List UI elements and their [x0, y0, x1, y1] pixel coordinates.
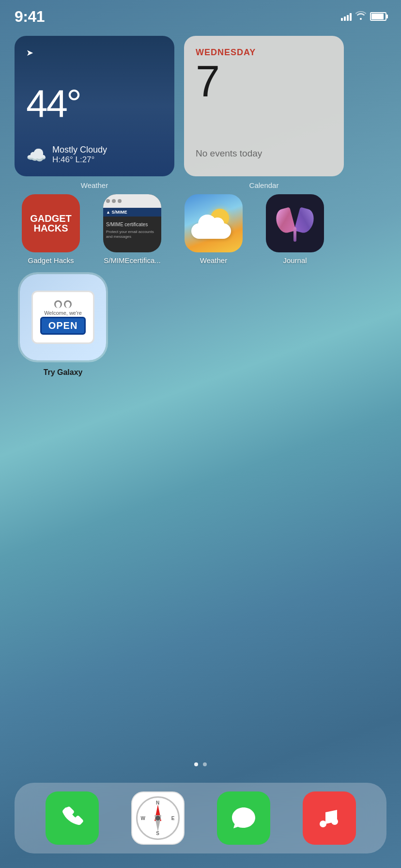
home-screen: ➤ 44° ☁️ Mostly Cloudy H:46° L:27° Weath… [0, 26, 401, 377]
weather-condition: Mostly Cloudy [52, 145, 107, 155]
weather-widget-container: ➤ 44° ☁️ Mostly Cloudy H:46° L:27° Weath… [15, 36, 174, 189]
journal-icon [266, 194, 324, 252]
apps-row-2: Welcome, we're OPEN Try Galaxy [15, 274, 386, 377]
svg-point-0 [320, 821, 326, 827]
app-weather[interactable]: Weather [177, 194, 250, 264]
dock-phone[interactable] [46, 791, 99, 845]
app-journal[interactable]: Journal [259, 194, 331, 264]
apps-row-1: GADGET HACKS Gadget Hacks ▲ S/MIME [15, 194, 386, 264]
weather-temperature: 44° [26, 84, 163, 123]
weather-app-label: Weather [200, 256, 227, 264]
weather-widget[interactable]: ➤ 44° ☁️ Mostly Cloudy H:46° L:27° [15, 36, 174, 176]
try-galaxy-label: Try Galaxy [44, 368, 83, 377]
signal-icon [341, 12, 352, 21]
status-bar: 9:41 [0, 0, 401, 26]
widgets-row: ➤ 44° ☁️ Mostly Cloudy H:46° L:27° Weath… [15, 36, 386, 189]
calendar-widget-container: WEDNESDAY 7 No events today Calendar [184, 36, 344, 189]
battery-icon [370, 12, 386, 21]
status-icons [341, 11, 386, 22]
weather-details: ☁️ Mostly Cloudy H:46° L:27° [26, 145, 163, 165]
svg-point-1 [331, 818, 338, 825]
dock: N S E W [15, 783, 386, 853]
page-dots [0, 762, 401, 766]
dock-messages[interactable] [217, 791, 270, 845]
weather-app-icon [185, 194, 243, 252]
cloud-icon: ☁️ [26, 145, 46, 165]
location-icon: ➤ [26, 47, 33, 58]
weather-location: ➤ [26, 47, 163, 58]
dock-music[interactable] [303, 791, 356, 845]
gadget-hacks-label: Gadget Hacks [28, 256, 74, 264]
app-try-galaxy[interactable]: Welcome, we're OPEN Try Galaxy [15, 274, 111, 377]
calendar-date: 7 [196, 60, 332, 103]
weather-hi-lo: H:46° L:27° [52, 155, 107, 165]
page-dot-2[interactable] [203, 762, 207, 766]
status-time: 9:41 [15, 8, 45, 26]
dock-safari[interactable]: N S E W [131, 791, 185, 845]
journal-label: Journal [283, 256, 307, 264]
page-dot-1[interactable] [194, 762, 198, 766]
safari-compass-icon: N S E W [136, 796, 180, 840]
gadget-hacks-icon: GADGET HACKS [22, 194, 80, 252]
weather-description: Mostly Cloudy H:46° L:27° [52, 145, 107, 165]
smime-icon: ▲ S/MIME S/MIME certificates Protect you… [103, 194, 161, 252]
app-gadget-hacks[interactable]: GADGET HACKS Gadget Hacks [15, 194, 87, 264]
smime-label: S/MIMEcertifica... [104, 256, 161, 264]
calendar-no-events: No events today [196, 148, 332, 159]
calendar-widget[interactable]: WEDNESDAY 7 No events today [184, 36, 344, 176]
weather-widget-label: Weather [81, 181, 108, 189]
calendar-day: WEDNESDAY [196, 47, 332, 58]
wifi-icon [355, 11, 366, 22]
try-galaxy-icon: Welcome, we're OPEN [20, 274, 106, 360]
calendar-widget-label: Calendar [249, 181, 279, 189]
app-smime[interactable]: ▲ S/MIME S/MIME certificates Protect you… [96, 194, 169, 264]
